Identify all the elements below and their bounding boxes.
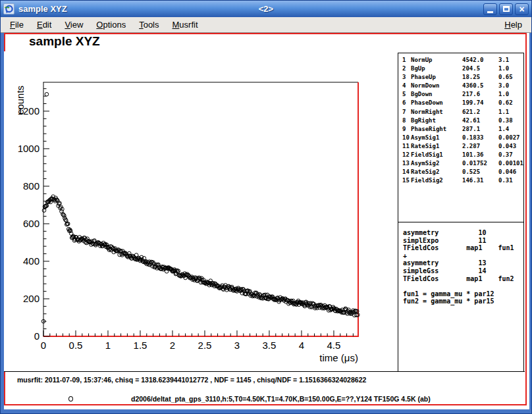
canvas-highlight-top [4, 33, 527, 34]
parameter-name: NormDown [411, 82, 462, 90]
parameter-no: 8 [402, 116, 411, 125]
canvas-wrap: 00.511.522.533.544.502004006008001000120… [1, 33, 531, 413]
window-title: sample XYZ [18, 4, 67, 14]
parameter-row: 1NormUp4542.03.1 [398, 56, 523, 65]
menu-item-view[interactable]: View [58, 18, 90, 32]
parameter-val: 287.1 [462, 125, 498, 134]
x-tick-label: 1 [105, 340, 111, 351]
menu-help[interactable]: Help [498, 18, 529, 32]
parameter-no: 12 [402, 151, 411, 159]
titlebar[interactable]: ++ sample XYZ <2> × [1, 1, 531, 17]
parameter-val: 199.74 [462, 99, 498, 107]
y-tick-label: 0 [34, 330, 40, 342]
parameter-name: BgRight [411, 116, 462, 125]
parameter-no: 15 [402, 176, 411, 185]
legend-marker-icon [68, 396, 73, 401]
parameter-err: 0.38 [498, 116, 523, 125]
parameter-err: 0.00101 [498, 159, 523, 168]
maximize-icon [503, 6, 510, 12]
close-button[interactable]: × [515, 3, 529, 15]
parameter-name: NormRight [411, 108, 462, 116]
menu-item-file[interactable]: File [3, 18, 30, 32]
minimize-icon [487, 11, 493, 13]
parameter-row: 4NormDown4360.53.0 [398, 82, 523, 90]
parameter-err: 1.4 [498, 125, 523, 134]
parameter-err: 0.65 [498, 73, 523, 82]
parameter-val: 0.01752 [462, 159, 498, 168]
menu-item-tools[interactable]: Tools [132, 18, 165, 32]
canvas-highlight-right [525, 33, 527, 405]
parameter-name: BgDown [411, 90, 462, 99]
parameter-row: 7NormRight621.21.1 [398, 108, 523, 116]
parameter-row: 12FieldSig1101.360.37 [398, 151, 523, 159]
parameter-err: 0.31 [498, 176, 523, 185]
parameter-name: PhaseDown [411, 99, 462, 107]
x-tick-label: 0.5 [69, 340, 83, 351]
parameter-val: 0.525 [462, 168, 498, 176]
parameter-err: 0.043 [498, 142, 523, 151]
parameter-no: 1 [402, 56, 411, 65]
x-tick-label: 2.5 [198, 340, 212, 351]
parameter-name: FieldSig1 [411, 151, 462, 159]
parameter-no: 11 [402, 142, 411, 151]
root-canvas[interactable]: 00.511.522.533.544.502004006008001000120… [4, 33, 529, 409]
x-tick-label: 0 [41, 340, 46, 351]
parameter-no: 3 [402, 73, 411, 82]
parameter-name: NormUp [411, 56, 462, 65]
menubar: FileEditViewOptionsToolsMusrfit Help [1, 17, 531, 33]
parameter-row: 14RateSig20.5250.046 [398, 168, 523, 176]
parameter-no: 5 [402, 90, 411, 99]
x-tick-label: 1.5 [134, 340, 147, 351]
x-tick-label: 2 [170, 340, 175, 351]
fit-status-text: musrfit: 2011-07-09, 15:37:46, chisq = 1… [17, 376, 366, 384]
y-tick-label: 400 [23, 255, 40, 267]
parameter-val: 146.31 [462, 176, 498, 185]
x-tick-label: 3.5 [263, 340, 277, 351]
theory-text: asymmetry 10 simplExpo 11 TFieldCos map1… [398, 222, 523, 305]
parameter-val: 0.1833 [462, 134, 498, 142]
parameter-no: 14 [402, 168, 411, 176]
parameter-err: 1.0 [498, 65, 523, 73]
parameter-name: BgUp [411, 65, 462, 73]
plot-area[interactable]: 00.511.522.533.544.502004006008001000120… [4, 33, 398, 409]
minimize-button[interactable] [483, 3, 497, 15]
parameter-name: RateSig1 [411, 142, 462, 151]
workspace-indicator: <2> [1, 4, 531, 14]
parameter-no: 7 [402, 108, 411, 116]
canvas-highlight-left-upper [4, 33, 5, 51]
parameter-err: 0.37 [498, 151, 523, 159]
y-axis-title: counts [14, 86, 26, 115]
x-tick-label: 4 [299, 340, 304, 351]
y-tick-label: 200 [23, 293, 40, 304]
parameter-no: 9 [402, 125, 411, 134]
parameter-row: 15FieldSig2146.310.31 [398, 176, 523, 185]
parameter-name: FieldSig2 [411, 176, 462, 185]
parameter-val: 621.2 [462, 108, 498, 116]
parameter-val: 101.36 [462, 151, 498, 159]
menu-item-options[interactable]: Options [90, 18, 132, 32]
parameter-err: 0.62 [498, 99, 523, 107]
parameter-err: 1.0 [498, 90, 523, 99]
app-icon: ++ [3, 3, 14, 14]
y-tick-label: 800 [23, 180, 40, 192]
y-tick-label: 1000 [18, 143, 40, 154]
maximize-button[interactable] [499, 3, 513, 15]
data-point [42, 209, 46, 213]
parameter-err: 0.0027 [498, 134, 523, 142]
parameter-val: 4360.5 [462, 82, 498, 90]
theory-pad: asymmetry 10 simplExpo 11 TFieldCos map1… [398, 222, 524, 372]
x-tick-label: 3 [234, 340, 240, 351]
parameter-val: 2.287 [462, 142, 498, 151]
menu-item-edit[interactable]: Edit [30, 18, 58, 32]
parameter-pad: 1NormUp4542.03.12BgUp204.51.03PhaseUp18.… [398, 53, 524, 222]
legend-run-title: d2006/deltat_pta_gps_3110,h:5,T0=4.50K,T… [131, 395, 431, 403]
menu-item-musrfit[interactable]: Musrfit [166, 18, 205, 32]
parameter-row: 2BgUp204.51.0 [398, 65, 523, 73]
parameter-row: 5BgDown217.61.0 [398, 90, 523, 99]
parameter-val: 18.25 [462, 73, 498, 82]
parameter-no: 6 [402, 99, 411, 107]
parameter-name: PhaseUp [411, 73, 462, 82]
parameter-row: 8BgRight42.610.38 [398, 116, 523, 125]
parameter-no: 2 [402, 65, 411, 73]
parameter-val: 204.5 [462, 65, 498, 73]
